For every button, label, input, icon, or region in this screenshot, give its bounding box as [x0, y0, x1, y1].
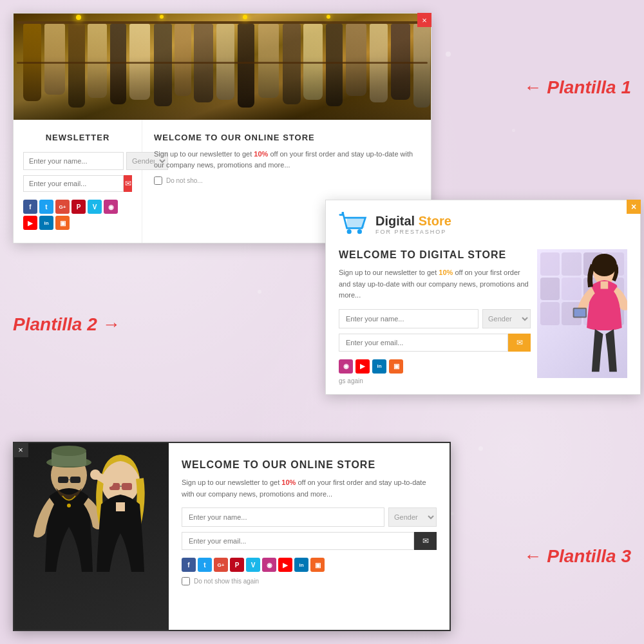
popup2-discount: 10% [439, 269, 453, 276]
popup2-title: WELCOME TO DIGITAL STORE [339, 249, 531, 261]
popup3-do-not-show-label: Do not show this again [194, 578, 259, 585]
popup2-body: WELCOME TO DIGITAL STORE Sign up to our … [326, 243, 640, 394]
popup2-linkedin-icon[interactable]: in [372, 359, 386, 374]
name-input[interactable] [23, 152, 124, 170]
instagram-icon[interactable]: ◉ [104, 200, 118, 214]
svg-rect-8 [601, 281, 609, 289]
plantilla3-arrow: ← [524, 546, 542, 567]
popup3-rss-icon[interactable]: ▣ [310, 558, 325, 572]
hero-image-popup1 [14, 14, 431, 120]
popup3-twitter-icon[interactable]: t [198, 558, 212, 572]
popup3-name-input[interactable] [182, 507, 384, 527]
svg-point-16 [67, 504, 71, 507]
plantilla2-label: Plantilla 2 → [13, 314, 120, 335]
pinterest-icon[interactable]: P [71, 200, 86, 214]
email-field-group: ✉ [23, 175, 132, 192]
popup3-email-row: ✉ [182, 532, 437, 550]
facebook-icon[interactable]: f [23, 200, 37, 214]
youtube-icon[interactable]: ▶ [23, 216, 37, 230]
popup2-left: WELCOME TO DIGITAL STORE Sign up to our … [339, 249, 531, 384]
woman-silhouette [547, 252, 627, 378]
svg-rect-13 [58, 477, 68, 483]
popup2-email-input[interactable] [339, 334, 508, 352]
svg-point-2 [357, 229, 362, 234]
newsletter-title: NEWSLETTER [23, 133, 132, 142]
popup2-name-input[interactable] [339, 309, 478, 328]
popup2-gender-select[interactable]: Gender [482, 309, 531, 328]
popup3-facebook-icon[interactable]: f [182, 558, 196, 572]
plantilla3-label: ← Plantilla 3 [524, 546, 631, 567]
popup3: × [13, 442, 451, 631]
svg-rect-7 [574, 309, 586, 317]
close-button-popup1[interactable]: × [417, 13, 431, 27]
popup3-send-button[interactable]: ✉ [414, 532, 437, 550]
people-image [14, 443, 169, 630]
svg-point-5 [592, 254, 617, 276]
popup3-do-not-show-row: Do not show this again [182, 577, 437, 585]
plantilla1-text: Plantilla 1 [547, 77, 631, 98]
popup2-header: Digital Store FOR PRESTASHOP [326, 200, 640, 243]
popup3-google-icon[interactable]: G+ [214, 558, 228, 572]
plantilla2-text: Plantilla 2 [13, 314, 97, 335]
close-button-popup3[interactable]: × [13, 442, 28, 457]
popup3-linkedin-icon[interactable]: in [294, 558, 308, 572]
popup3-vimeo-icon[interactable]: V [246, 558, 260, 572]
close-button-popup2[interactable]: × [627, 200, 641, 214]
popup3-gender-select[interactable]: Gender [388, 507, 437, 527]
welcome-text: Sign up to our newsletter to get 10% off… [154, 149, 419, 170]
popup3-title: WELCOME TO OUR ONLINE STORE [182, 459, 437, 471]
rss-icon[interactable]: ▣ [55, 216, 70, 230]
popup2-email-row: ✉ [339, 334, 531, 352]
popup2-send-button[interactable]: ✉ [508, 334, 531, 352]
popup2: × Digital Store FOR PRESTASHOP WELCOME T… [325, 200, 641, 395]
svg-rect-22 [116, 502, 125, 511]
popup3-do-not-show-checkbox[interactable] [182, 577, 190, 585]
plantilla1-arrow: ← [524, 77, 542, 98]
welcome-title: WELCOME TO OUR ONLINE STORE [154, 133, 419, 142]
linkedin-icon[interactable]: in [39, 216, 53, 230]
svg-point-21 [90, 469, 100, 480]
send-button[interactable]: ✉ [124, 175, 132, 192]
do-not-show-row: Do not sho... [154, 176, 419, 185]
popup3-social-icons: f t G+ P V ◉ ▶ in ▣ [182, 558, 437, 572]
popup3-content: WELCOME TO OUR ONLINE STORE Sign up to o… [14, 443, 450, 630]
svg-rect-19 [122, 483, 132, 490]
svg-rect-3 [347, 218, 365, 228]
popup2-social-icons: ◉ ▶ in ▣ [339, 359, 531, 374]
social-icons-row: f t G+ P V ◉ ▶ in ▣ [23, 200, 132, 230]
plantilla2-arrow: → [102, 314, 120, 335]
popup2-right-image [537, 249, 627, 384]
brand-store: Store [419, 214, 451, 228]
google-icon[interactable]: G+ [55, 200, 70, 214]
discount-badge: 10% [254, 150, 268, 158]
woman-image [537, 249, 627, 378]
popup2-youtube-icon[interactable]: ▶ [355, 359, 370, 374]
brand-for: FOR PRESTASHOP [375, 229, 451, 236]
popup2-rss-icon[interactable]: ▣ [389, 359, 403, 374]
popup2-instagram-icon[interactable]: ◉ [339, 359, 353, 374]
popup3-youtube-icon[interactable]: ▶ [278, 558, 292, 572]
svg-point-12 [52, 446, 86, 456]
newsletter-section: NEWSLETTER Gender ✉ f t G+ P V ◉ ▶ in ▣ [14, 120, 142, 243]
popup3-instagram-icon[interactable]: ◉ [262, 558, 276, 572]
twitter-icon[interactable]: t [39, 200, 53, 214]
svg-point-1 [347, 229, 352, 234]
vimeo-icon[interactable]: V [88, 200, 102, 214]
brand-text: Digital Store FOR PRESTASHOP [375, 213, 451, 236]
plantilla1-label: ← Plantilla 1 [524, 77, 631, 98]
popup3-text: Sign up to our newsletter to get 10% off… [182, 477, 437, 500]
popup3-discount: 10% [281, 478, 296, 486]
popup3-pinterest-icon[interactable]: P [230, 558, 244, 572]
popup2-text: Sign up to our newsletter to get 10% off… [339, 267, 531, 301]
svg-rect-14 [70, 477, 80, 483]
popup3-email-input[interactable] [182, 532, 414, 550]
name-field-group: Gender [23, 152, 132, 170]
popup3-name-row: Gender [182, 507, 437, 527]
popup3-right: WELCOME TO OUR ONLINE STORE Sign up to o… [169, 443, 450, 630]
popup2-dont-show: gs again [339, 377, 531, 384]
popup2-name-row: Gender [339, 309, 531, 328]
plantilla3-text: Plantilla 3 [547, 546, 631, 567]
do-not-show-checkbox[interactable] [154, 176, 162, 185]
do-not-show-label: Do not sho... [166, 177, 203, 184]
email-input[interactable] [23, 175, 124, 192]
